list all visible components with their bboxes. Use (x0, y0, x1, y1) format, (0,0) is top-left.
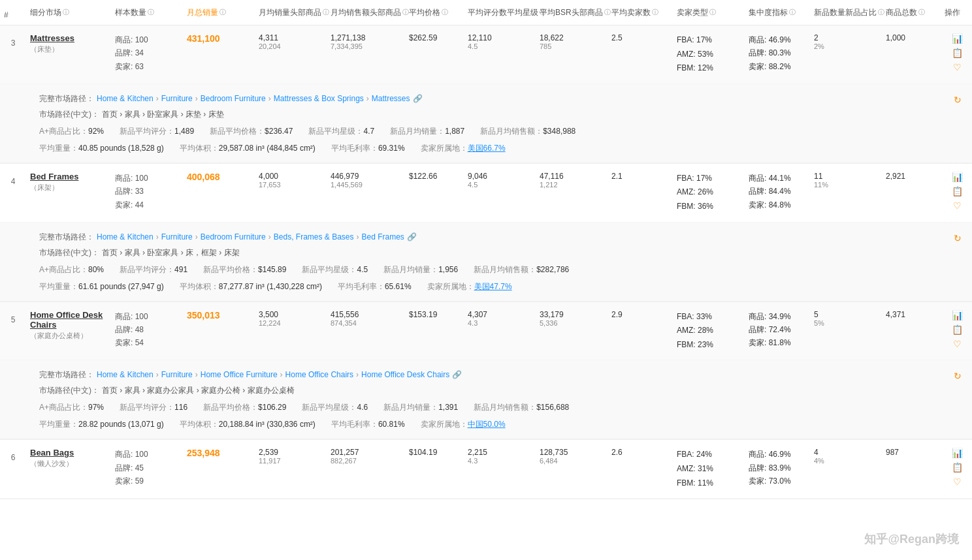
product-count-label: 商品: (115, 35, 135, 44)
sample-bean-bags: 商品: 100 品牌: 45 卖家: 59 (111, 448, 183, 488)
avg-price-home-office-chairs: $153.19 (405, 310, 464, 319)
avg-price-mattresses: $262.59 (405, 33, 464, 42)
list-icon-mattresses[interactable]: 📋 (952, 48, 963, 58)
list-icon-bed-frames[interactable]: 📋 (952, 186, 963, 196)
chart-icon-bed-frames[interactable]: 📊 (952, 172, 963, 182)
header-avg-bsr: 平均BSR头部商品 ⓘ (536, 7, 608, 18)
external-link-bed-frames[interactable]: 🔗 (407, 229, 417, 245)
heart-icon-bean-bags[interactable]: ♡ (953, 476, 962, 487)
row-num-4: 4 (0, 172, 26, 186)
main-table: # 细分市场 ⓘ 样本数量 ⓘ 月总销量 ⓘ 月均销量头部商品 ⓘ 月均销售额头… (0, 0, 972, 560)
main-row-bean-bags: 6 Bean Bags （懒人沙发） 商品: 100 品牌: 45 卖家: 59… (0, 440, 972, 499)
header-avg-price: 平均价格 ⓘ (405, 7, 464, 18)
product-section-bed-frames: 4 Bed Frames （床架） 商品: 100 品牌: 33 卖家: 44 … (0, 164, 972, 302)
path-en-bed-frames: 完整市场路径： Home & Kitchen › Furniture › Bed… (39, 229, 954, 245)
seller-count-label: 卖家: (115, 62, 135, 71)
avg-sellers-bean-bags: 2.6 (608, 448, 673, 457)
product-name-home-office-chairs: Home Office Desk Chairs （家庭办公桌椅） (26, 310, 111, 341)
mattresses-link[interactable]: Mattresses (30, 33, 107, 43)
heart-icon-mattresses[interactable]: ♡ (953, 62, 962, 72)
header-concentration: 集中度指标 ⓘ (745, 7, 810, 18)
header-actions: 操作 (941, 7, 972, 18)
header-new-products: 新品数量新品占比 ⓘ (810, 7, 882, 18)
main-row-mattresses: 3 Mattresses （床垫） 商品: 100 品牌: 34 卖家: 63 … (0, 25, 972, 84)
monthly-top-mattresses: 4,311 20,204 (255, 33, 327, 50)
monthly-sales-help-icon[interactable]: ⓘ (219, 8, 226, 17)
avg-sellers-bed-frames: 2.1 (608, 172, 673, 181)
list-icon-bean-bags[interactable]: 📋 (952, 462, 963, 473)
monthly-revenue-mattresses: 1,271,138 7,334,395 (327, 33, 405, 50)
avg-bsr-mattresses: 18,622 785 (536, 33, 608, 50)
header-total: 商品总数 ⓘ (882, 7, 941, 18)
monthly-sales-home-office-chairs: 350,013 (183, 310, 255, 320)
market-help-icon[interactable]: ⓘ (63, 8, 69, 17)
sample-help-icon[interactable]: ⓘ (148, 8, 154, 17)
external-link-mattresses[interactable]: 🔗 (413, 91, 423, 106)
header-market: 细分市场 ⓘ (26, 7, 111, 18)
chart-icon-home-office-chairs[interactable]: 📊 (952, 310, 963, 320)
avg-price-help-icon[interactable]: ⓘ (442, 8, 448, 17)
monthly-top-home-office-chairs: 3,500 12,224 (255, 310, 327, 327)
list-icon-home-office-chairs[interactable]: 📋 (952, 324, 963, 335)
bean-bags-link[interactable]: Bean Bags (30, 448, 107, 458)
path-cn-mattresses: 市场路径(中文)： 首页 › 家具 › 卧室家具 › 床垫 › 床垫 (39, 106, 954, 122)
header-seller-type: 卖家类型 ⓘ (673, 7, 745, 18)
total-help-icon[interactable]: ⓘ (918, 8, 925, 17)
path-cn-bed-frames: 市场路径(中文)： 首页 › 家具 › 卧室家具 › 床，框架 › 床架 (39, 245, 954, 260)
avg-rating-bean-bags: 2,215 4.3 (464, 448, 536, 465)
header-avg-sellers: 平均卖家数 ⓘ (608, 7, 673, 18)
main-row-bed-frames: 4 Bed Frames （床架） 商品: 100 品牌: 33 卖家: 44 … (0, 164, 972, 223)
row-num-5: 5 (0, 310, 26, 324)
concentration-help-icon[interactable]: ⓘ (789, 8, 796, 17)
concentration-bean-bags: 商品: 46.9% 品牌: 83.9% 卖家: 73.0% (745, 448, 810, 488)
actions-home-office-chairs: 📊 📋 ♡ (941, 310, 972, 349)
new-products-bean-bags: 4 4% (810, 448, 882, 465)
stats2-bed-frames: 平均重量：61.61 pounds (27,947 g) 平均体积：87,277… (39, 279, 962, 294)
concentration-home-office-chairs: 商品: 34.9% 品牌: 72.4% 卖家: 81.8% (745, 310, 810, 350)
sample-mattresses: 商品: 100 品牌: 34 卖家: 63 (111, 33, 183, 73)
new-products-bed-frames: 11 11% (810, 172, 882, 189)
monthly-revenue-home-office-chairs: 415,556 874,354 (327, 310, 405, 327)
new-products-home-office-chairs: 5 5% (810, 310, 882, 327)
header-avg-rating: 平均评分数平均星级 ⓘ (464, 7, 536, 18)
avg-sellers-help-icon[interactable]: ⓘ (652, 8, 658, 17)
chart-icon-mattresses[interactable]: 📊 (952, 33, 963, 44)
header-sample: 样本数量 ⓘ (111, 7, 183, 18)
monthly-sales-mattresses: 431,100 (183, 33, 255, 44)
home-office-chairs-link[interactable]: Home Office Desk Chairs (30, 310, 107, 330)
avg-rating-bed-frames: 9,046 4.5 (464, 172, 536, 189)
product-name-mattresses: Mattresses （床垫） (26, 33, 111, 54)
seller-type-help-icon[interactable]: ⓘ (709, 8, 716, 17)
seller-type-bed-frames: FBA: 17% AMZ: 26% FBM: 36% (673, 172, 745, 214)
actions-bed-frames: 📊 📋 ♡ (941, 172, 972, 211)
path-en-mattresses: 完整市场路径： Home & Kitchen › Furniture › Bed… (39, 91, 954, 106)
header-num: # (0, 5, 26, 20)
avg-bsr-home-office-chairs: 33,179 5,336 (536, 310, 608, 327)
path-cn-home-office-chairs: 市场路径(中文)： 首页 › 家具 › 家庭办公家具 › 家庭办公椅 › 家庭办… (39, 382, 954, 398)
refresh-icon-bed-frames[interactable]: ↻ (954, 229, 962, 247)
avg-price-bean-bags: $104.19 (405, 448, 464, 457)
actions-mattresses: 📊 📋 ♡ (941, 33, 972, 72)
total-mattresses: 1,000 (882, 33, 941, 42)
bed-frames-link[interactable]: Bed Frames (30, 172, 107, 181)
total-bed-frames: 2,921 (882, 172, 941, 181)
chart-icon-bean-bags[interactable]: 📊 (952, 448, 963, 458)
total-bean-bags: 987 (882, 448, 941, 457)
refresh-icon-home-office-chairs[interactable]: ↻ (954, 367, 962, 385)
brand-count-label: 品牌: (115, 48, 135, 57)
monthly-sales-bed-frames: 400,068 (183, 172, 255, 182)
refresh-icon-mattresses[interactable]: ↻ (954, 91, 962, 109)
stats-bed-frames: A+商品占比：80% 新品平均评分：491 新品平均价格：$145.89 新品平… (39, 262, 962, 277)
stats2-mattresses: 平均重量：40.85 pounds (18,528 g) 平均体积：29,587… (39, 140, 962, 156)
row-num-3: 3 (0, 33, 26, 48)
stats-mattresses: A+商品占比：92% 新品平均评分：1,489 新品平均价格：$236.47 新… (39, 123, 962, 139)
header-monthly-sales: 月总销量 ⓘ (183, 7, 255, 18)
external-link-home-office-chairs[interactable]: 🔗 (452, 367, 462, 382)
heart-icon-home-office-chairs[interactable]: ♡ (953, 339, 962, 349)
avg-rating-mattresses: 12,110 4.5 (464, 33, 536, 50)
heart-icon-bed-frames[interactable]: ♡ (953, 200, 962, 211)
avg-rating-home-office-chairs: 4,307 4.3 (464, 310, 536, 327)
seller-type-mattresses: FBA: 17% AMZ: 53% FBM: 12% (673, 33, 745, 76)
stats-home-office-chairs: A+商品占比：97% 新品平均评分：116 新品平均价格：$106.29 新品平… (39, 399, 962, 415)
main-row-home-office-chairs: 5 Home Office Desk Chairs （家庭办公桌椅） 商品: 1… (0, 302, 972, 361)
